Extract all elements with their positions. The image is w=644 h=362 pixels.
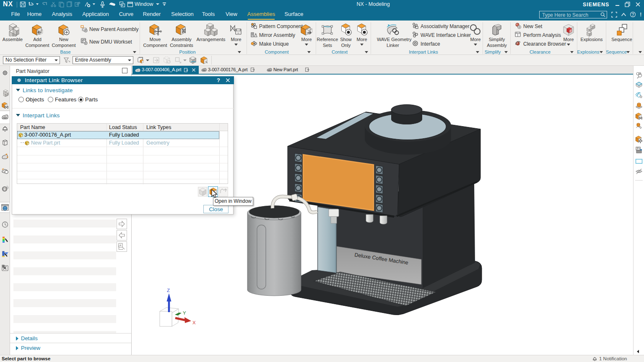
svg-text:Z: Z [167,288,170,293]
svg-text:X: X [192,320,196,325]
svg-text:Y: Y [183,310,186,315]
svg-text:P=: P= [637,147,640,150]
